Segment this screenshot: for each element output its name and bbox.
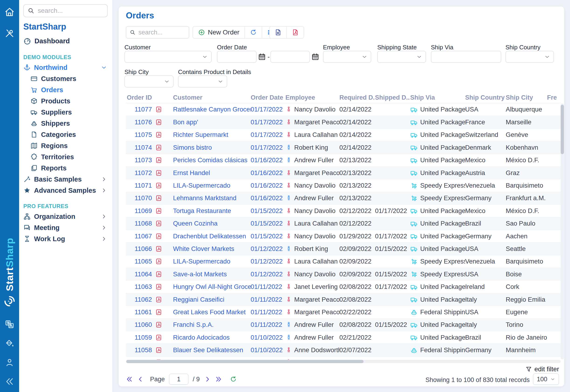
cell-text[interactable]: 01/15/2022	[251, 220, 283, 227]
sidebar-search-input[interactable]: search...	[23, 4, 108, 17]
cell-text[interactable]: 01/12/2022	[251, 245, 283, 252]
table-row[interactable]: 11073Pericles Comidas clásicas01/16/2022…	[126, 154, 561, 167]
cell-text[interactable]: Reggiani Caseifici	[173, 296, 224, 303]
cell-text[interactable]: LILA-Supermercado	[173, 258, 230, 265]
cell-text[interactable]: Lehmanns Marktstand	[173, 194, 236, 202]
table-row[interactable]: 11077Rattlesnake Canyon Grocery01/17/202…	[126, 103, 561, 116]
filter-select[interactable]	[505, 51, 554, 63]
cell-text[interactable]: 11059	[135, 334, 152, 341]
cell-text[interactable]: 01/15/2022	[251, 207, 283, 215]
cell-text[interactable]: Great Lakes Food Market	[173, 308, 246, 316]
sidebar-item-reports[interactable]: Reports	[19, 163, 112, 174]
cell-pdf[interactable]	[152, 334, 165, 341]
filter-date-input[interactable]	[217, 51, 256, 63]
column-header-shipped_date[interactable]: Shipped D...	[375, 94, 410, 101]
table-row[interactable]: 11058Blauer See Delikatessen01/10/2022An…	[126, 344, 561, 356]
calendar-icon[interactable]	[311, 52, 319, 61]
cell-text[interactable]: 01/10/2022	[251, 346, 283, 354]
cell-text[interactable]: 01/12/2022	[251, 270, 283, 278]
filter-select[interactable]	[124, 75, 174, 87]
cell-text[interactable]: 11060	[135, 321, 152, 328]
cell-text[interactable]: Rattlesnake Canyon Grocery	[173, 106, 251, 113]
cell-text[interactable]: 11061	[135, 308, 152, 316]
cell-text[interactable]: LILA-Supermercado	[173, 182, 230, 189]
cell-pdf[interactable]	[152, 169, 165, 176]
page-number-input[interactable]: 1	[169, 374, 189, 385]
sidebar-item-categories[interactable]: Categories	[19, 129, 112, 140]
cell-text[interactable]: 01/17/2022	[251, 118, 283, 126]
cell-pdf[interactable]	[152, 245, 165, 252]
filter-select[interactable]	[377, 51, 426, 63]
cell-text[interactable]: 11074	[135, 144, 152, 151]
cell-pdf[interactable]	[152, 309, 165, 316]
excel-export-button[interactable]	[270, 27, 286, 38]
cell-pdf[interactable]	[152, 321, 165, 328]
sidebar-item-northwind[interactable]: Northwind	[19, 62, 112, 73]
column-header-required_date[interactable]: Required D...	[339, 94, 375, 101]
cell-text[interactable]: Ricardo Adocicados	[173, 334, 229, 341]
cell-text[interactable]: 01/16/2022	[251, 182, 283, 189]
cell-text[interactable]: 11077	[135, 106, 152, 113]
cell-text[interactable]: 11068	[135, 220, 152, 227]
cell-pdf[interactable]	[152, 283, 165, 290]
cell-text[interactable]: 11073	[135, 156, 152, 164]
cell-text[interactable]: 11066	[135, 245, 152, 252]
user-icon[interactable]	[5, 358, 15, 367]
cell-text[interactable]: 01/11/2022	[251, 308, 283, 316]
cell-text[interactable]: Pericles Comidas clásicas	[173, 156, 247, 164]
cell-text[interactable]: Richter Supermarkt	[173, 131, 228, 139]
cell-pdf[interactable]	[152, 220, 165, 227]
column-header-freight[interactable]: Fre	[547, 94, 561, 101]
language-icon[interactable]	[5, 319, 15, 329]
cell-text[interactable]: 01/16/2022	[251, 156, 283, 164]
theme-icon[interactable]	[5, 338, 15, 348]
sidebar-item-basic-samples[interactable]: Basic Samples	[19, 174, 112, 185]
cell-text[interactable]: 11069	[135, 207, 152, 215]
table-row[interactable]: 11071LILA-Supermercado01/16/2022Nancy Da…	[126, 179, 561, 192]
refresh-list-button[interactable]	[229, 376, 237, 383]
filter-select[interactable]	[323, 51, 371, 63]
grid-search-input[interactable]: search...	[126, 26, 189, 39]
cell-pdf[interactable]	[152, 119, 165, 126]
cell-text[interactable]: 01/17/2022	[251, 131, 283, 139]
cell-text[interactable]: White Clover Markets	[173, 245, 234, 252]
column-header-id[interactable]: Order ID	[126, 94, 152, 101]
cell-text[interactable]: 01/15/2022	[251, 233, 283, 240]
table-row[interactable]: 11059Ricardo Adocicados01/10/2022Andrew …	[126, 331, 561, 344]
table-row[interactable]: 11072Ernst Handel01/16/2022Margaret Peac…	[126, 167, 561, 179]
next-page-button[interactable]	[204, 376, 211, 383]
cell-text[interactable]: 11076	[135, 118, 152, 126]
sidebar-item-customers[interactable]: Customers	[19, 73, 112, 84]
sidebar-item-products[interactable]: Products	[19, 96, 112, 107]
cell-text[interactable]: 11063	[135, 283, 152, 291]
new-order-button[interactable]: New Order	[193, 27, 244, 38]
horizontal-scrollbar-thumb[interactable]	[126, 360, 363, 363]
table-row[interactable]: 11076Bon app'01/17/2022Margaret Peacock0…	[126, 116, 561, 128]
sidebar-item-regions[interactable]: Regions	[19, 140, 112, 151]
sidebar-item-orders[interactable]: Orders	[19, 84, 112, 96]
cell-text[interactable]: 01/17/2022	[251, 106, 283, 113]
cell-pdf[interactable]	[152, 131, 165, 138]
table-row[interactable]: 11067Drachenblut Delikatessen01/15/2022N…	[126, 230, 561, 242]
filter-date-input[interactable]	[270, 51, 310, 63]
cell-text[interactable]: Blauer See Delikatessen	[173, 346, 243, 354]
sidebar-item-organization[interactable]: Organization	[19, 211, 112, 222]
cell-text[interactable]: 01/16/2022	[251, 169, 283, 177]
filter-select[interactable]	[178, 75, 227, 87]
cell-text[interactable]: Ernst Handel	[173, 169, 210, 177]
home-icon[interactable]	[4, 7, 15, 17]
cell-text[interactable]: 11064	[135, 270, 152, 278]
cell-text[interactable]: 11075	[135, 131, 152, 139]
previous-page-button[interactable]	[137, 376, 144, 383]
column-header-ship_country[interactable]: Ship Country	[465, 94, 506, 101]
table-row[interactable]: 11069Tortuga Restaurante01/15/2022Nancy …	[126, 204, 561, 217]
cell-text[interactable]: Franchi S.p.A.	[173, 321, 213, 328]
filter-text-input[interactable]	[431, 51, 501, 63]
sidebar-item-shippers[interactable]: Shippers	[19, 118, 112, 129]
filter-select[interactable]	[124, 51, 211, 63]
cell-text[interactable]: 01/11/2022	[251, 296, 283, 303]
cell-pdf[interactable]	[152, 296, 165, 303]
table-row[interactable]: 11066White Clover Markets01/12/2022Rober…	[126, 242, 561, 255]
tools-icon[interactable]	[4, 28, 15, 39]
first-page-button[interactable]	[126, 376, 133, 383]
